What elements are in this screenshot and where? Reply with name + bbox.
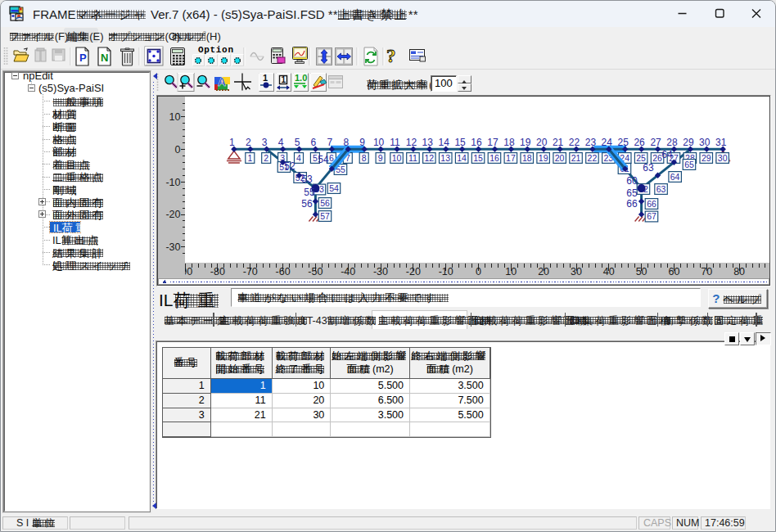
svg-text:26: 26 [652, 153, 662, 163]
svg-text:53: 53 [301, 174, 313, 185]
svg-text:4: 4 [296, 153, 301, 163]
svg-text:1.0: 1.0 [295, 73, 307, 83]
svg-text:15: 15 [473, 153, 483, 163]
svg-text:60: 60 [668, 266, 679, 277]
svg-text:3: 3 [262, 137, 268, 148]
svg-text:30: 30 [718, 153, 728, 163]
svg-text:18: 18 [522, 153, 532, 163]
svg-text:10: 10 [169, 111, 181, 123]
svg-text:57: 57 [320, 211, 330, 221]
svg-text:-10: -10 [439, 266, 453, 277]
svg-text:56: 56 [320, 198, 330, 208]
svg-text:12: 12 [424, 153, 434, 163]
svg-text:66: 66 [626, 198, 638, 210]
svg-text:?: ? [386, 46, 396, 66]
svg-text:50: 50 [636, 266, 647, 277]
svg-text:-50: -50 [308, 266, 323, 277]
svg-text:25: 25 [636, 153, 646, 163]
svg-text:55: 55 [304, 187, 315, 198]
svg-text:15: 15 [454, 137, 466, 148]
svg-text:56: 56 [301, 198, 313, 210]
svg-text:16: 16 [490, 153, 499, 163]
svg-text:20: 20 [555, 153, 565, 163]
svg-text:22: 22 [569, 137, 580, 148]
svg-text:7: 7 [327, 137, 333, 148]
svg-text:1: 1 [263, 73, 268, 83]
svg-text:2: 2 [246, 137, 251, 148]
svg-text:16: 16 [471, 137, 482, 148]
svg-text:65: 65 [684, 160, 694, 169]
svg-text:20: 20 [536, 137, 548, 148]
svg-text:10: 10 [392, 153, 402, 163]
svg-text:64: 64 [661, 149, 673, 160]
svg-text:22: 22 [588, 153, 598, 163]
svg-text:8: 8 [343, 137, 349, 148]
svg-text:6: 6 [329, 153, 334, 163]
svg-text:80: 80 [733, 266, 745, 277]
svg-text:54: 54 [318, 154, 329, 165]
svg-text:1: 1 [282, 75, 286, 84]
svg-text:Option: Option [198, 45, 233, 55]
svg-text:20: 20 [538, 266, 549, 277]
svg-text:14: 14 [439, 137, 450, 148]
svg-text:67: 67 [647, 211, 656, 221]
svg-text:25: 25 [618, 137, 629, 148]
svg-text:-40: -40 [341, 266, 355, 277]
svg-text:13: 13 [440, 153, 450, 163]
svg-text:N: N [101, 52, 108, 64]
svg-text:66: 66 [647, 199, 656, 209]
svg-text:-60: -60 [276, 266, 291, 277]
svg-text:21: 21 [553, 137, 564, 148]
svg-text:65: 65 [626, 187, 638, 199]
svg-text:9: 9 [378, 153, 383, 163]
svg-text:11: 11 [408, 153, 417, 163]
svg-text:19: 19 [520, 137, 531, 148]
svg-text:28: 28 [666, 137, 678, 148]
svg-text:10: 10 [373, 137, 385, 148]
svg-text:-70: -70 [243, 266, 258, 277]
svg-text:40: 40 [603, 266, 615, 277]
svg-text:4: 4 [278, 137, 284, 148]
svg-text:63: 63 [656, 184, 666, 194]
svg-text:70: 70 [701, 266, 712, 277]
svg-text:24: 24 [602, 137, 613, 148]
svg-text:6: 6 [311, 137, 317, 148]
svg-text:0: 0 [476, 266, 481, 277]
svg-text:31: 31 [715, 137, 727, 148]
svg-text:64: 64 [670, 172, 680, 182]
svg-text:2: 2 [264, 153, 268, 163]
svg-text:23: 23 [585, 137, 597, 148]
svg-text:14: 14 [457, 153, 467, 163]
svg-text:9: 9 [359, 137, 365, 148]
svg-text:-30: -30 [165, 241, 180, 253]
svg-text:A: A [218, 75, 226, 88]
svg-text:13: 13 [422, 137, 434, 148]
svg-text:17: 17 [506, 153, 516, 163]
svg-text:30: 30 [699, 137, 711, 148]
svg-text:P: P [79, 52, 87, 64]
svg-text:30: 30 [571, 266, 582, 277]
svg-text:-30: -30 [373, 266, 388, 277]
svg-text:8: 8 [362, 153, 367, 163]
svg-text:1: 1 [229, 137, 235, 148]
svg-text:52: 52 [284, 160, 296, 172]
svg-text:27: 27 [650, 137, 661, 148]
svg-text:12: 12 [406, 137, 417, 148]
svg-text:19: 19 [539, 153, 548, 163]
svg-text:-10: -10 [165, 177, 180, 188]
svg-text:21: 21 [571, 153, 581, 163]
svg-text:0: 0 [175, 144, 181, 156]
svg-text:26: 26 [634, 137, 645, 148]
svg-text:11: 11 [390, 137, 400, 148]
svg-text:54: 54 [329, 183, 339, 193]
svg-text:63: 63 [643, 162, 654, 174]
svg-text:10: 10 [505, 266, 517, 277]
svg-text:-20: -20 [165, 209, 180, 220]
svg-text:-80: -80 [210, 266, 225, 277]
svg-text:60: 60 [626, 175, 638, 187]
svg-text:17: 17 [487, 137, 499, 148]
svg-text:5: 5 [313, 153, 318, 163]
svg-text:18: 18 [503, 137, 515, 148]
svg-text:-20: -20 [406, 266, 421, 277]
svg-text:29: 29 [683, 137, 694, 148]
